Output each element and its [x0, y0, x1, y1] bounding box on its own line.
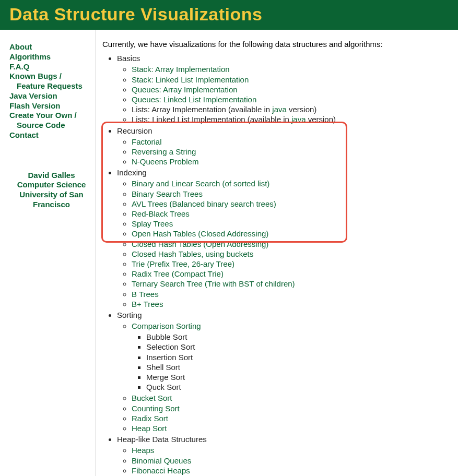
sidebar-credits: David Galles Computer Science University… — [9, 171, 93, 210]
item-lists-linked: Lists: Linked List Implementation (avail… — [132, 114, 454, 124]
nav-about[interactable]: About — [9, 42, 93, 52]
link-reversing-string[interactable]: Reversing a String — [132, 147, 196, 156]
link-radix-tree[interactable]: Radix Tree (Compact Trie) — [132, 269, 224, 278]
nav-flash-version[interactable]: Flash Version — [9, 101, 93, 111]
link-binary-linear-search[interactable]: Binary and Linear Search (of sorted list… — [132, 179, 269, 188]
link-queue-linked[interactable]: Queues: Linked List Implementation — [132, 95, 256, 104]
intro-text: Currently, we have visualizations for th… — [102, 39, 454, 49]
item-merge-sort: Merge Sort — [146, 372, 454, 382]
item-bubble-sort: Bubble Sort — [146, 332, 454, 342]
recursion-label: Recursion — [117, 126, 152, 135]
link-heaps[interactable]: Heaps — [132, 446, 154, 455]
link-comparison-sorting[interactable]: Comparison Sorting — [132, 322, 201, 330]
link-java-2[interactable]: java — [291, 115, 306, 124]
section-indexing: Indexing Binary and Linear Search (of so… — [117, 168, 454, 309]
nav-create-your-own[interactable]: Create Your Own / — [9, 111, 93, 121]
section-sorting: Sorting Comparison Sorting Bubble Sort S… — [117, 310, 454, 433]
credits-dept[interactable]: Computer Science — [17, 180, 86, 189]
page-title: Data Structure Visualizations — [9, 4, 458, 25]
item-selection-sort: Selection Sort — [146, 342, 454, 352]
link-fibonacci-heaps[interactable]: Fibonacci Heaps — [132, 466, 190, 475]
link-open-hash[interactable]: Open Hash Tables (Closed Addressing) — [132, 229, 268, 238]
credits-univ[interactable]: University of San Francisco — [19, 190, 84, 209]
nav-source-code[interactable]: Source Code — [9, 121, 93, 130]
nav-feature-requests[interactable]: Feature Requests — [9, 81, 93, 91]
basics-label: Basics — [117, 54, 140, 63]
credits-name[interactable]: David Galles — [28, 171, 75, 180]
link-closed-hash-bucket[interactable]: Closed Hash Tables, using buckets — [132, 249, 253, 258]
nav-faq[interactable]: F.A.Q — [9, 62, 93, 72]
item-quick-sort: Quck Sort — [146, 382, 454, 392]
link-heap-sort[interactable]: Heap Sort — [132, 424, 167, 433]
sorting-label: Sorting — [117, 311, 142, 319]
link-b-plus-trees[interactable]: B+ Trees — [132, 300, 163, 308]
link-queue-array[interactable]: Queues: Array Implementation — [132, 85, 238, 94]
indexing-label: Indexing — [117, 168, 147, 177]
link-ternary-search-tree[interactable]: Ternary Search Tree (Trie with BST of ch… — [132, 279, 295, 288]
link-stack-array[interactable]: Stack: Array Implementation — [132, 65, 230, 74]
nav-contact[interactable]: Contact — [9, 130, 93, 140]
section-basics: Basics Stack: Array Implementation Stack… — [117, 53, 454, 124]
link-nqueens[interactable]: N-Queens Problem — [132, 157, 198, 166]
nav-java-version[interactable]: Java Version — [9, 91, 93, 101]
link-java-1[interactable]: java — [272, 105, 287, 114]
link-radix-sort[interactable]: Radix Sort — [132, 414, 168, 423]
link-counting-sort[interactable]: Counting Sort — [132, 404, 180, 413]
sidebar: About Algorithms F.A.Q Known Bugs / Feat… — [0, 30, 96, 476]
link-splay[interactable]: Splay Trees — [132, 219, 173, 228]
link-b-trees[interactable]: B Trees — [132, 290, 159, 299]
link-bucket-sort[interactable]: Bucket Sort — [132, 394, 172, 402]
nav-algorithms[interactable]: Algorithms — [9, 52, 93, 62]
main-content: Currently, we have visualizations for th… — [96, 30, 458, 476]
link-factorial[interactable]: Factorial — [132, 137, 162, 146]
heaps-label: Heap-like Data Structures — [117, 435, 207, 444]
item-insertion-sort: Insertion Sort — [146, 352, 454, 362]
item-shell-sort: Shell Sort — [146, 362, 454, 372]
link-closed-hash[interactable]: Closed Hash Tables (Open Addressing) — [132, 240, 268, 248]
item-lists-array: Lists: Array Implementation (available i… — [132, 104, 454, 114]
section-heaps: Heap-like Data Structures Heaps Binomial… — [117, 434, 454, 476]
link-bst[interactable]: Binary Search Trees — [132, 189, 203, 198]
section-recursion: Recursion Factorial Reversing a String N… — [117, 126, 454, 167]
link-avl[interactable]: AVL Trees (Balanced binary search trees) — [132, 199, 276, 208]
link-stack-linked[interactable]: Stack: Linked List Implementation — [132, 75, 249, 84]
link-redblack[interactable]: Red-Black Trees — [132, 209, 190, 218]
link-trie[interactable]: Trie (Prefix Tree, 26-ary Tree) — [132, 259, 234, 268]
link-binomial-queues[interactable]: Binomial Queues — [132, 456, 191, 465]
page-header: Data Structure Visualizations — [0, 0, 458, 30]
nav-known-bugs[interactable]: Known Bugs / — [9, 72, 93, 81]
